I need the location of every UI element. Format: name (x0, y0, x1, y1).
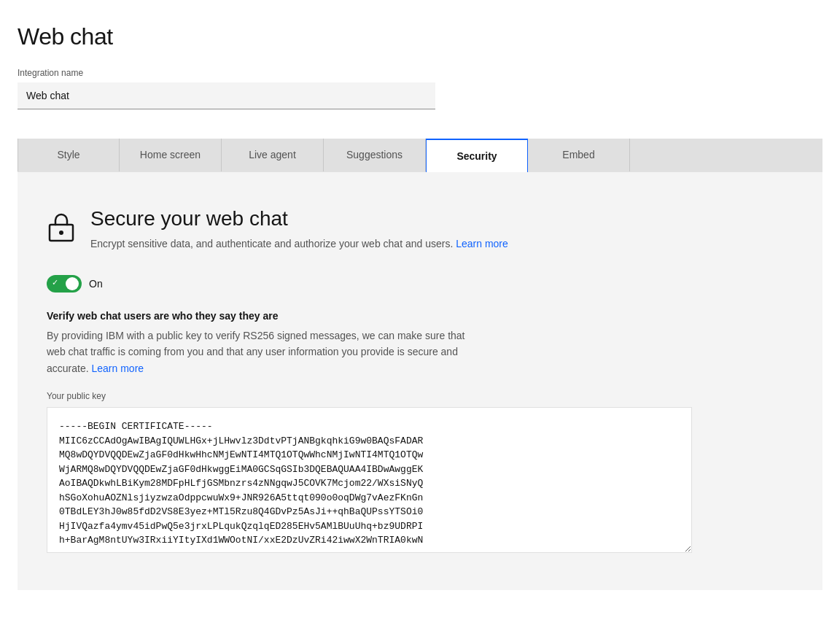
security-toggle[interactable]: ✓ (47, 275, 82, 293)
tab-live-agent[interactable]: Live agent (222, 139, 324, 171)
secure-header: Secure your web chat Encrypt sensitive d… (47, 207, 793, 252)
toggle-row: ✓ On (47, 275, 793, 293)
tab-home-screen[interactable]: Home screen (120, 139, 222, 171)
tabs-bar: Style Home screen Live agent Suggestions… (18, 139, 822, 172)
verify-title: Verify web chat users are who they say t… (47, 310, 793, 322)
svg-point-1 (59, 231, 63, 235)
page-title: Web chat (18, 23, 822, 50)
toggle-on-label: On (89, 278, 103, 290)
learn-more-link-1[interactable]: Learn more (456, 238, 508, 249)
integration-name-input[interactable] (18, 82, 435, 109)
tab-style[interactable]: Style (18, 139, 120, 171)
secure-heading: Secure your web chat (90, 207, 508, 231)
verify-section: Verify web chat users are who they say t… (47, 310, 793, 376)
secure-text-block: Secure your web chat Encrypt sensitive d… (90, 207, 508, 252)
tab-security[interactable]: Security (426, 139, 528, 172)
public-key-textarea[interactable] (47, 407, 692, 553)
lock-icon (47, 210, 76, 244)
integration-name-label: Integration name (18, 68, 822, 78)
integration-name-field: Integration name (18, 68, 822, 109)
learn-more-link-2[interactable]: Learn more (91, 363, 144, 374)
tab-suggestions[interactable]: Suggestions (324, 139, 426, 171)
tab-embed[interactable]: Embed (528, 139, 630, 171)
secure-description: Encrypt sensitive data, and authenticate… (90, 236, 508, 252)
security-panel: Secure your web chat Encrypt sensitive d… (18, 172, 822, 590)
verify-description: By providing IBM with a public key to ve… (47, 328, 470, 376)
public-key-label: Your public key (47, 391, 793, 401)
